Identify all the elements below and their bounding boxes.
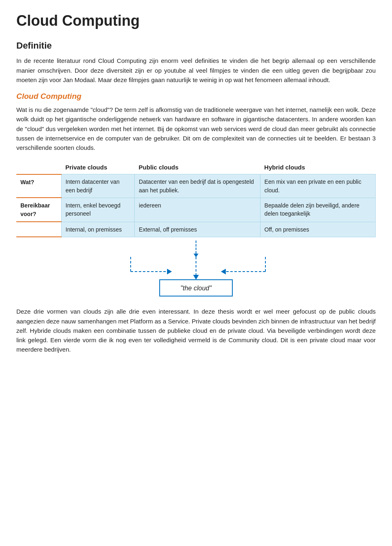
page-title: Cloud Computing: [16, 12, 376, 29]
definitie-heading: Definitie: [16, 40, 376, 51]
row-hybrid-premisses: Off, on premisses: [260, 222, 375, 237]
row-public-wat: Datacenter van een bedrijf dat is openge…: [135, 174, 261, 198]
row-hybrid-bereikbaar: Bepaalde delen zijn beveiligd, andere de…: [260, 198, 375, 222]
cloud-table-section: Private clouds Public clouds Hybrid clou…: [16, 161, 376, 302]
row-public-premisses: External, off premisses: [135, 222, 261, 237]
cloud-diagram: "the cloud": [16, 239, 376, 302]
row-private-premisses: Internal, on premisses: [61, 222, 135, 237]
row-private-bereikbaar: Intern, enkel bevoegd personeel: [61, 198, 135, 222]
cloud-computing-heading: Cloud Computing: [16, 92, 376, 101]
row-public-bereikbaar: iedereen: [135, 198, 261, 222]
col-header-public: Public clouds: [135, 161, 261, 174]
table-row: Internal, on premisses External, off pre…: [16, 222, 376, 237]
svg-marker-1: [193, 275, 199, 280]
row-label-bereikbaar: Bereikbaar voor?: [16, 198, 61, 222]
svg-text:"the cloud": "the cloud": [180, 285, 212, 292]
col-header-private: Private clouds: [61, 161, 135, 174]
row-hybrid-wat: Een mix van een private en een public cl…: [260, 174, 375, 198]
col-header-hybrid: Hybrid clouds: [260, 161, 375, 174]
cloud-computing-paragraph: Wat is nu die zogenaamde "cloud"? De ter…: [16, 105, 376, 152]
definitie-paragraph: In de recente literatuur rond Cloud Comp…: [16, 56, 376, 85]
table-row: Wat? Intern datacenter van een bedrijf D…: [16, 174, 376, 198]
row-label-wat: Wat?: [16, 174, 61, 198]
cloud-types-table: Private clouds Public clouds Hybrid clou…: [16, 161, 376, 237]
col-header-empty: [16, 161, 61, 174]
table-row: Bereikbaar voor? Intern, enkel bevoegd p…: [16, 198, 376, 222]
row-label-empty: [16, 222, 61, 237]
after-table-paragraph: Deze drie vormen van clouds zijn alle dr…: [16, 307, 376, 354]
row-private-wat: Intern datacenter van een bedrijf: [61, 174, 135, 198]
